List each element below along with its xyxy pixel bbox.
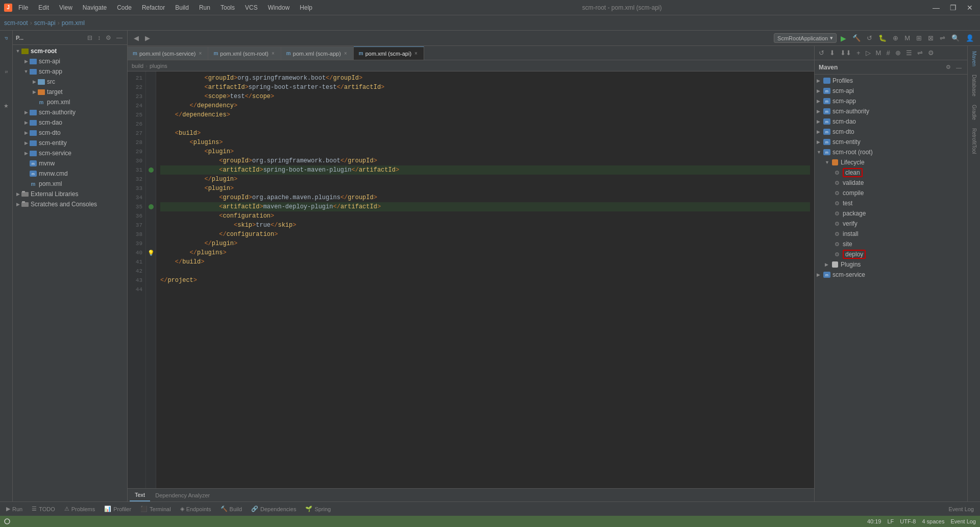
arrow-m-scm-dto[interactable]: ▶ (817, 129, 823, 134)
tree-item-scm-authority[interactable]: ▶ scm-authority (13, 107, 127, 117)
maven-item-verify[interactable]: ⚙ verify (815, 219, 967, 229)
toolbar-btn-2[interactable]: ⊠ (926, 33, 936, 43)
reload-button[interactable]: ↺ (865, 33, 874, 43)
arrow-src[interactable]: ▶ (31, 79, 37, 85)
arrow-scm-service[interactable]: ▶ (23, 150, 29, 156)
menu-navigate[interactable]: Navigate (81, 3, 109, 12)
arrow-lifecycle[interactable]: ▼ (825, 160, 831, 165)
maven-item-install[interactable]: ⚙ install (815, 229, 967, 239)
bc-build[interactable]: build (132, 63, 143, 69)
right-tab-maven[interactable]: Maven (970, 48, 978, 69)
sidebar-bookmark-icon[interactable]: ★ (1, 100, 12, 111)
run-config-selector[interactable]: ScmRootApplication ▾ (774, 33, 837, 43)
project-panel-actions[interactable]: ⊟ ↕ ⚙ — (86, 34, 124, 42)
close-button[interactable]: ✕ (964, 3, 976, 13)
menu-refactor[interactable]: Refactor (140, 3, 167, 12)
menu-file[interactable]: File (16, 3, 30, 12)
maven-item-lifecycle[interactable]: ▼ Lifecycle (815, 157, 967, 167)
tab-pom-root[interactable]: m pom.xml (scm-root) × (208, 46, 281, 60)
tab-close-pom-app[interactable]: × (343, 50, 348, 57)
maven-cols-btn[interactable]: ☰ (904, 48, 914, 58)
arrow-m-scm-dao[interactable]: ▶ (817, 119, 823, 124)
maven-item-site[interactable]: ⚙ site (815, 239, 967, 249)
sidebar-project-icon[interactable]: P (1, 33, 12, 44)
breadcrumb-scm-root[interactable]: scm-root (4, 19, 28, 27)
tree-item-src[interactable]: ▶ src (13, 77, 127, 87)
tab-close-pom-service[interactable]: × (198, 50, 203, 57)
bottom-tab-endpoints[interactable]: ◈ Endpoints (176, 503, 215, 515)
bottom-tab-spring[interactable]: 🌱 Spring (301, 503, 335, 515)
gutter-bulb-40[interactable]: 💡 (146, 248, 156, 257)
maven-item-scm-root[interactable]: ▼ m scm-root (root) (815, 147, 967, 157)
toolbar-user-icon[interactable]: 👤 (964, 33, 976, 43)
maven-item-plugins[interactable]: ▶ Plugins (815, 259, 967, 270)
code-area[interactable]: <groupId>org.springframework.boot</group… (156, 71, 814, 488)
bottom-tab-run[interactable]: ▶ Run (2, 503, 27, 515)
git-icon[interactable] (4, 518, 10, 524)
line-endings[interactable]: LF (887, 518, 894, 524)
maven-hash-btn[interactable]: # (884, 48, 892, 58)
menu-bar[interactable]: File Edit View Navigate Code Refactor Bu… (16, 3, 314, 12)
run-button[interactable]: ▶ (839, 33, 848, 43)
menu-tools[interactable]: Tools (218, 3, 237, 12)
maven-item-scm-dto[interactable]: ▶ m scm-dto (815, 127, 967, 137)
maven-run-btn[interactable]: ▷ (864, 48, 873, 58)
maven-item-profiles[interactable]: ▶ Profiles (815, 76, 967, 86)
bottom-tab-problems[interactable]: ⚠ Problems (60, 503, 99, 515)
arrow-scm-api[interactable]: ▶ (23, 58, 29, 64)
right-tab-gradle[interactable]: Gradle (970, 102, 978, 123)
arrow-m-scm-entity[interactable]: ▶ (817, 139, 823, 145)
tree-item-pom-app[interactable]: ▶ m pom.xml (13, 97, 127, 107)
scroll-to-source-button[interactable]: ↕ (96, 34, 102, 42)
menu-vcs[interactable]: VCS (243, 3, 260, 12)
maven-circle-btn[interactable]: ⊕ (893, 48, 903, 58)
arrow-profiles[interactable]: ▶ (817, 78, 823, 83)
editor-tab-text[interactable]: Text (130, 489, 150, 501)
tab-close-pom-api[interactable]: × (413, 50, 419, 57)
project-settings-button[interactable]: ⚙ (104, 34, 113, 42)
minimize-button[interactable]: — (929, 3, 943, 13)
tree-item-scm-app[interactable]: ▼ scm-app (13, 66, 127, 77)
tree-item-scratches[interactable]: ▶ Scratches and Consoles (13, 199, 127, 209)
tree-item-mvnw-cmd[interactable]: ▶ m mvnw.cmd (13, 169, 127, 179)
maven-rows-btn[interactable]: ⇌ (915, 48, 925, 58)
tree-item-scm-dto[interactable]: ▶ scm-dto (13, 128, 127, 138)
toolbar-btn-1[interactable]: ⊞ (914, 33, 924, 43)
maven-item-test[interactable]: ⚙ test (815, 198, 967, 208)
hide-panel-button[interactable]: — (115, 34, 124, 42)
bottom-tab-event-log[interactable]: Event Log (944, 503, 978, 515)
maven-download-sources-btn[interactable]: ⬇⬇ (838, 48, 853, 58)
run-debug-button[interactable]: 🐛 (876, 33, 889, 43)
menu-build[interactable]: Build (173, 3, 191, 12)
menu-code[interactable]: Code (115, 3, 134, 12)
editor-tab-dep-analyzer[interactable]: Dependency Analyzer (150, 489, 215, 501)
build-button[interactable]: 🔨 (850, 33, 863, 43)
arrow-scm-dao[interactable]: ▶ (23, 119, 29, 126)
event-log-status[interactable]: Event Log (950, 518, 976, 524)
maven-item-scm-api[interactable]: ▶ m scm-api (815, 86, 967, 96)
maven-settings-btn[interactable]: ⚙ (926, 48, 936, 58)
run-config-dropdown-icon[interactable]: ▾ (830, 35, 833, 41)
maven-item-deploy[interactable]: ⚙ deploy (815, 249, 967, 259)
tree-item-mvnw[interactable]: ▶ m mvnw (13, 158, 127, 169)
bc-plugins[interactable]: plugins (150, 63, 167, 69)
window-controls[interactable]: — ❐ ✕ (929, 3, 976, 13)
tree-item-scm-api[interactable]: ▶ scm-api (13, 56, 127, 66)
sidebar-structure-icon[interactable]: S (1, 66, 12, 78)
maven-item-scm-dao[interactable]: ▶ m scm-dao (815, 116, 967, 127)
tab-pom-app[interactable]: m pom.xml (scm-app) × (281, 46, 354, 60)
search-button[interactable]: 🔍 (949, 33, 962, 43)
maven-download-btn[interactable]: ⬇ (827, 48, 837, 58)
maven-item-scm-service[interactable]: ▶ m scm-service (815, 270, 967, 280)
tree-item-external-libs[interactable]: ▶ External Libraries (13, 189, 127, 199)
maven-item-scm-authority[interactable]: ▶ m scm-authority (815, 106, 967, 116)
tab-pom-service[interactable]: m pom.xml (scm-service) × (128, 46, 208, 60)
maven-item-validate[interactable]: ⚙ validate (815, 178, 967, 188)
profiler-button[interactable]: M (902, 33, 912, 43)
arrow-scm-authority[interactable]: ▶ (23, 109, 29, 115)
bottom-tab-dependencies[interactable]: 🔗 Dependencies (247, 503, 300, 515)
maximize-button[interactable]: ❐ (947, 3, 960, 13)
cursor-position[interactable]: 40:19 (867, 518, 881, 524)
right-tab-database[interactable]: Database (970, 71, 978, 100)
arrow-scm-entity[interactable]: ▶ (23, 140, 29, 146)
